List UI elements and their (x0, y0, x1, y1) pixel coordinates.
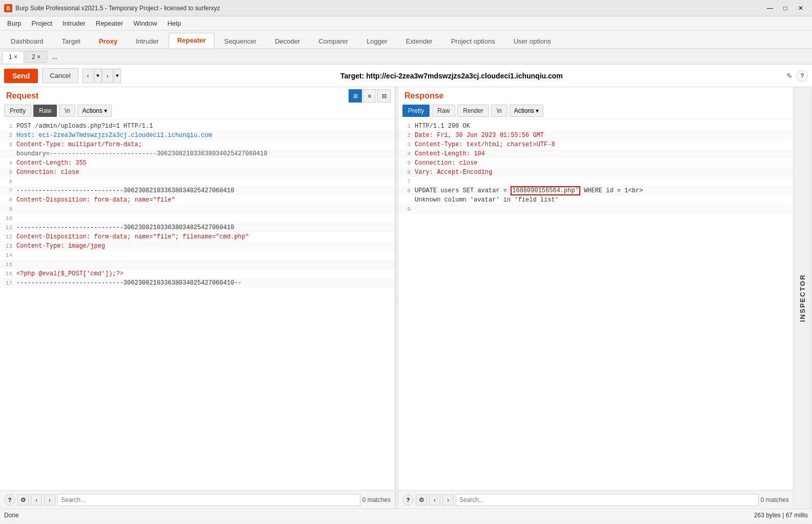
response-tab-render[interactable]: Render (457, 105, 489, 117)
request-search-input[interactable] (57, 494, 360, 506)
tab-target[interactable]: Target (53, 34, 89, 48)
tab-logger[interactable]: Logger (358, 34, 396, 48)
response-next-match-btn[interactable]: › (442, 494, 454, 506)
inspector-label: INSPECTOR (799, 274, 806, 322)
request-tab-newline[interactable]: \n (59, 105, 75, 117)
response-code-area[interactable]: 1 HTTP/1.1 200 OK 2 Date: Fri, 30 Jun 20… (398, 119, 793, 490)
request-settings-btn[interactable]: ⚙ (17, 494, 29, 506)
response-toolbar: Pretty Raw Render \n Actions ▾ (398, 103, 793, 119)
request-toolbar: Pretty Raw \n Actions ▾ (0, 103, 395, 119)
request-line-15: 15 (0, 260, 395, 269)
request-header-row: Request ⊞ ≡ ⊟ (0, 87, 395, 103)
nav-buttons: ‹ ▾ › ▾ (83, 69, 121, 83)
tab-extender[interactable]: Extender (397, 34, 441, 48)
request-line-3b: boundary=-----------------------------30… (0, 149, 395, 158)
view-buttons: ⊞ ≡ ⊟ (349, 89, 391, 103)
help-icon[interactable]: ? (797, 70, 808, 82)
repeater-tab-more[interactable]: ... (48, 51, 62, 63)
response-actions-chevron-icon: ▾ (536, 107, 539, 114)
menu-project[interactable]: Project (26, 17, 57, 29)
repeater-tab-bar: 1 × 2 × ... (0, 49, 812, 65)
menu-repeater[interactable]: Repeater (91, 17, 128, 29)
window-title: Burp Suite Professional v2021.5 - Tempor… (15, 5, 763, 12)
maximize-button[interactable]: □ (778, 3, 793, 13)
response-tab-pretty[interactable]: Pretty (402, 105, 430, 117)
response-panel: Response Pretty Raw Render \n Actions ▾ … (398, 87, 794, 509)
request-line-13: 13 Content-Type: image/jpeg (0, 241, 395, 251)
request-tab-raw[interactable]: Raw (33, 105, 57, 117)
request-line-14: 14 (0, 251, 395, 260)
view-list-btn[interactable]: ≡ (363, 89, 376, 103)
titlebar: B Burp Suite Professional v2021.5 - Temp… (0, 0, 812, 16)
tab-repeater[interactable]: Repeater (169, 33, 215, 48)
request-search-bar: ? ⚙ ‹ › 0 matches (0, 490, 395, 509)
tab-proxy[interactable]: Proxy (90, 34, 126, 48)
response-search-bar: ? ⚙ ‹ › 0 matches (398, 490, 793, 509)
request-header: Request (0, 87, 45, 103)
request-prev-match-btn[interactable]: ‹ (31, 494, 42, 506)
request-line-6: 6 (0, 177, 395, 186)
status-left: Done (4, 512, 19, 519)
response-line-2: 2 Date: Fri, 30 Jun 2023 01:55:56 GMT (398, 131, 793, 140)
nav-forward-dropdown[interactable]: ▾ (114, 69, 121, 83)
actions-label: Actions (82, 107, 102, 114)
response-line-7: 7 (398, 177, 793, 186)
send-button[interactable]: Send (4, 69, 38, 83)
request-line-10: 10 (0, 214, 395, 223)
request-line-7: 7 -----------------------------306230821… (0, 186, 395, 195)
menubar: Burp Project Intruder Repeater Window He… (0, 16, 812, 31)
close-button[interactable]: ✕ (794, 3, 808, 13)
target-edit-icon[interactable]: ✎ (786, 72, 793, 80)
minimize-button[interactable]: — (763, 3, 777, 13)
tab-intruder[interactable]: Intruder (127, 34, 168, 48)
response-tab-newline[interactable]: \n (491, 105, 508, 117)
view-single-btn[interactable]: ⊟ (377, 89, 391, 103)
main-tab-bar: Dashboard Target Proxy Intruder Repeater… (0, 31, 812, 49)
app-icon: B (4, 4, 12, 12)
response-prev-match-btn[interactable]: ‹ (429, 494, 440, 506)
response-line-9: 9 (398, 205, 793, 214)
statusbar: Done 263 bytes | 67 millis (0, 509, 812, 521)
actions-chevron-icon: ▾ (104, 107, 107, 114)
request-line-17: 17 -----------------------------30623082… (0, 278, 395, 288)
request-line-2: 2 Host: eci-2zea3w7mdswzjzs2a3cj.cloudec… (0, 131, 395, 140)
tab-dashboard[interactable]: Dashboard (2, 34, 52, 48)
nav-forward-button[interactable]: › (102, 69, 113, 83)
request-line-3: 3 Content-Type: multipart/form-data; (0, 140, 395, 149)
tab-decoder[interactable]: Decoder (266, 34, 309, 48)
request-code-area[interactable]: 1 POST /admin/uploads.php?id=1 HTTP/1.1 … (0, 119, 395, 490)
menu-burp[interactable]: Burp (2, 17, 26, 29)
response-line-5: 5 Connection: close (398, 158, 793, 168)
repeater-tab-1[interactable]: 1 × (2, 51, 24, 63)
request-tab-pretty[interactable]: Pretty (4, 105, 31, 117)
request-help-btn[interactable]: ? (4, 494, 15, 506)
response-header: Response (398, 87, 793, 103)
tab-comparer[interactable]: Comparer (310, 34, 357, 48)
response-settings-btn[interactable]: ⚙ (416, 494, 427, 506)
request-next-match-btn[interactable]: › (44, 494, 55, 506)
repeater-tab-2[interactable]: 2 × (25, 51, 47, 63)
response-help-btn[interactable]: ? (402, 494, 414, 506)
nav-back-button[interactable]: ‹ (83, 69, 94, 83)
menu-help[interactable]: Help (162, 17, 186, 29)
repeater-toolbar: Send Cancel ‹ ▾ › ▾ Target: http://eci-2… (0, 65, 812, 87)
request-matches: 0 matches (362, 496, 391, 503)
nav-back-dropdown[interactable]: ▾ (94, 69, 102, 83)
response-line-4: 4 Content-Length: 104 (398, 149, 793, 158)
inspector-sidebar[interactable]: INSPECTOR (794, 87, 812, 509)
request-actions-btn[interactable]: Actions ▾ (77, 105, 111, 117)
tab-sequencer[interactable]: Sequencer (215, 34, 265, 48)
tab-project-options[interactable]: Project options (442, 34, 504, 48)
response-line-6: 6 Vary: Accept-Encoding (398, 168, 793, 177)
response-search-input[interactable] (456, 494, 759, 506)
response-actions-btn[interactable]: Actions ▾ (510, 105, 543, 117)
main-content: Request ⊞ ≡ ⊟ Pretty Raw \n Actions ▾ 1 … (0, 87, 812, 509)
response-tab-raw[interactable]: Raw (432, 105, 455, 117)
tab-user-options[interactable]: User options (505, 34, 560, 48)
svg-text:B: B (6, 6, 10, 11)
menu-window[interactable]: Window (128, 17, 162, 29)
menu-intruder[interactable]: Intruder (57, 17, 91, 29)
request-line-12: 12 Content-Disposition: form-data; name=… (0, 232, 395, 241)
cancel-button[interactable]: Cancel (42, 68, 78, 83)
view-split-btn[interactable]: ⊞ (349, 89, 362, 103)
